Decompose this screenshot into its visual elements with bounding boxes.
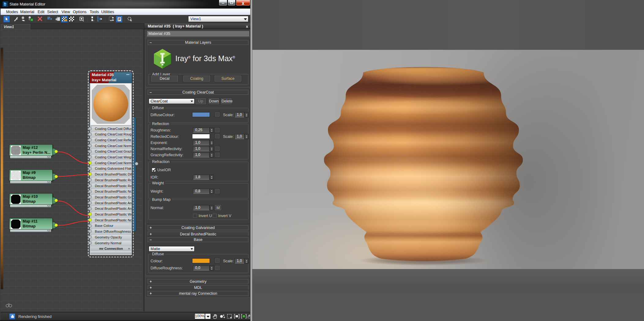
svg-text:P: P <box>118 18 121 21</box>
